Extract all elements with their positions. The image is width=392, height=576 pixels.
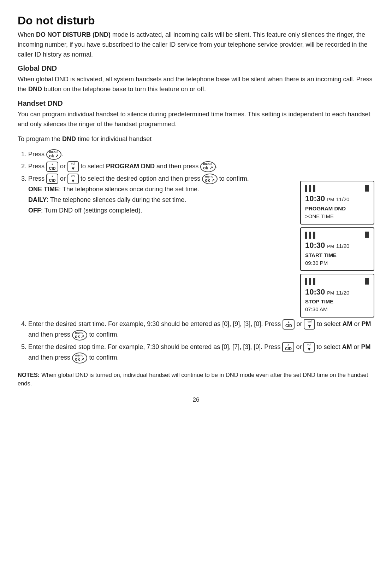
step4-pm: PM xyxy=(361,320,371,327)
screen1-date: 11/20 xyxy=(336,196,350,203)
screen3-pm: PM xyxy=(327,290,334,297)
step4-or: or xyxy=(296,320,304,327)
screen3-line2: 07:30 AM xyxy=(305,306,369,313)
off-text: : Turn DND off (settings completed). xyxy=(41,207,142,214)
step4-am: AM xyxy=(342,320,352,327)
global-dnd-body: When global DND is activated, all system… xyxy=(18,75,374,94)
to-program-dnd: DND xyxy=(62,135,76,142)
step3-confirm: to confirm. xyxy=(219,175,249,182)
menu-ok-icon-1: menuok ↗ xyxy=(46,149,61,160)
step4-before: Enter the desired start time. For exampl… xyxy=(28,320,283,327)
screen2-time: 10:30 xyxy=(305,240,325,251)
screen2-line2: 09:30 PM xyxy=(305,259,369,267)
global-dnd-bold: DND xyxy=(28,86,42,93)
step4-confirm: to confirm. xyxy=(89,331,119,338)
one-time-label: ONE TIME xyxy=(28,186,59,193)
intro-before: When xyxy=(18,31,36,38)
step-2: Press ▴CID or vol▼ to select PROGRAM DND… xyxy=(28,161,374,172)
cid-icon-3: ▴CID xyxy=(46,174,58,184)
step1-period: . xyxy=(61,151,63,158)
screen-start-time: ▌▌▌ ▉ 10:30PM 11/20 START TIME 09:30 PM xyxy=(300,227,374,271)
step2-period: . xyxy=(216,163,218,170)
daily-text: : The telephone silences daily during th… xyxy=(47,196,186,203)
screen2-date: 11/20 xyxy=(336,242,350,250)
step5-am: AM xyxy=(342,343,352,350)
menu-ok-icon-2: menuok ↗ xyxy=(200,161,215,172)
step5-to-select: to select xyxy=(316,343,342,350)
step5-or: or xyxy=(296,343,303,350)
step2-press: Press xyxy=(28,163,46,170)
step5-pm: PM xyxy=(361,343,371,350)
step3-press: Press xyxy=(28,175,46,182)
menu-ok-icon-4: menuok ↗ xyxy=(72,330,87,341)
screen3-battery: ▉ xyxy=(365,278,369,285)
cid-icon-2: ▴CID xyxy=(46,162,58,172)
step5-before: Enter the desired stop time. For example… xyxy=(28,343,282,350)
step-5: Enter the desired stop time. For example… xyxy=(28,342,374,363)
screen1-line2: >ONE TIME xyxy=(305,213,369,220)
step4-and-then: and then press xyxy=(28,331,72,338)
step-3: Press ▴CID or vol▼ to select the desired… xyxy=(28,174,374,318)
step3-or: or xyxy=(60,175,67,182)
menu-ok-icon-3: menuok ↗ xyxy=(202,174,217,184)
intro-paragraph: When DO NOT DISTURB (DND) mode is activa… xyxy=(18,30,374,60)
step5-or2: or xyxy=(352,343,361,350)
screen1-time: 10:30 xyxy=(305,193,325,204)
menu-ok-icon-5: menuok ↗ xyxy=(72,353,87,363)
vol-icon-5: vol▼ xyxy=(303,342,315,353)
step-1: Press menuok ↗. xyxy=(28,149,374,160)
screen2-signal: ▌▌▌ xyxy=(305,231,317,239)
cid-icon-4: ▴CID xyxy=(283,319,295,330)
page-title: Do not disturb xyxy=(18,14,374,27)
screen2-battery: ▉ xyxy=(365,231,369,239)
screen2-pm: PM xyxy=(327,243,334,250)
screen-stop-time: ▌▌▌ ▉ 10:30PM 11/20 STOP TIME 07:30 AM xyxy=(300,274,374,318)
step5-confirm: to confirm. xyxy=(89,354,119,361)
vol-icon-4: vol▼ xyxy=(304,319,315,330)
step1-text: Press xyxy=(28,151,46,158)
step-4: Enter the desired start time. For exampl… xyxy=(28,319,374,341)
screen1-battery: ▉ xyxy=(365,185,369,192)
to-program-after: time for individual handset xyxy=(76,135,152,142)
one-time-text: : The telephone silences once during the… xyxy=(59,186,199,193)
step2-to-select: to select xyxy=(81,163,106,170)
step2-or: or xyxy=(60,163,67,170)
notes-bold: NOTES: xyxy=(18,372,40,378)
options-text: ONE TIME: The telephone silences once du… xyxy=(28,184,294,216)
screen3-line1: STOP TIME xyxy=(305,298,369,306)
daily-label: DAILY xyxy=(28,196,47,203)
handset-dnd-body: You can program individual handset to si… xyxy=(18,110,374,129)
step2-and-then: and then press xyxy=(155,163,200,170)
heading-handset-dnd: Handset DND xyxy=(18,99,374,107)
vol-icon-3: vol▼ xyxy=(67,174,79,184)
heading-global-dnd: Global DND xyxy=(18,64,374,72)
cid-icon-5: ▴CID xyxy=(282,342,294,352)
screen3-date: 11/20 xyxy=(336,289,350,297)
steps-list: Press menuok ↗. Press ▴CID or vol▼ to se… xyxy=(18,149,374,363)
screen1-signal: ▌▌▌ xyxy=(305,184,317,192)
global-dnd-after: button on the telephone base to turn thi… xyxy=(42,86,206,93)
to-program-text: To program the xyxy=(18,135,62,142)
screen1-line1: PROGRAM DND xyxy=(305,205,369,213)
step5-and-then: and then press xyxy=(28,354,72,361)
screen3-time: 10:30 xyxy=(305,286,325,298)
vol-icon-2: vol▼ xyxy=(67,161,79,172)
step4-to-select: to select xyxy=(317,320,342,327)
screen1-pm: PM xyxy=(327,197,334,203)
phone-screens: ▌▌▌ ▉ 10:30PM 11/20 PROGRAM DND >ONE TIM… xyxy=(300,181,374,318)
step2-program-dnd: PROGRAM DND xyxy=(106,163,155,170)
notes-paragraph: NOTES: When global DND is turned on, ind… xyxy=(18,371,374,388)
screen2-line1: START TIME xyxy=(305,251,369,259)
to-program-line: To program the DND time for individual h… xyxy=(18,134,374,144)
screen-program-dnd: ▌▌▌ ▉ 10:30PM 11/20 PROGRAM DND >ONE TIM… xyxy=(300,181,374,225)
step3-rest: to select the desired option and then pr… xyxy=(81,175,202,182)
step4-or2: or xyxy=(352,320,361,327)
screen3-signal: ▌▌▌ xyxy=(305,277,317,285)
off-label: OFF xyxy=(28,207,41,214)
notes-text: When global DND is turned on, individual… xyxy=(18,372,368,387)
page-number: 26 xyxy=(18,396,374,403)
intro-bold: DO NOT DISTURB (DND) xyxy=(36,31,111,38)
options-and-screens: ONE TIME: The telephone silences once du… xyxy=(28,184,374,318)
